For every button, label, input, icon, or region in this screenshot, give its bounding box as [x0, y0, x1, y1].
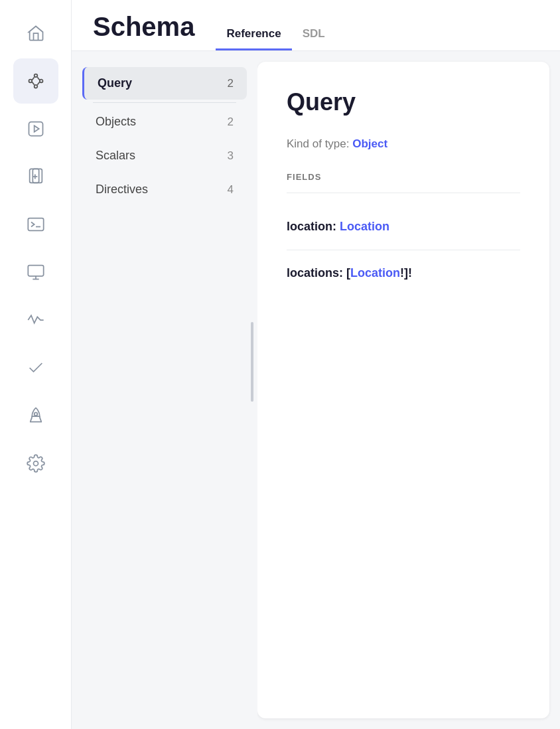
sidebar-item-monitor[interactable]: [13, 250, 58, 295]
fields-section-label: FIELDS: [287, 172, 520, 182]
sidebar-item-check[interactable]: [13, 345, 58, 390]
svg-point-2: [39, 80, 42, 83]
svg-point-3: [34, 85, 37, 88]
nav-item-count: 3: [228, 149, 234, 163]
nav-item-directives[interactable]: Directives 4: [82, 173, 247, 206]
field-location: location: Location: [287, 209, 520, 244]
rocket-icon: [27, 406, 45, 425]
svg-rect-8: [29, 122, 42, 136]
svg-point-0: [29, 80, 32, 83]
sidebar-item-add-doc[interactable]: [13, 154, 58, 199]
svg-rect-10: [29, 169, 38, 183]
detail-kind: Kind of type: Object: [287, 137, 520, 151]
nav-item-objects[interactable]: Objects 2: [82, 106, 247, 138]
detail-title: Query: [287, 88, 520, 116]
field-divider-1: [287, 250, 520, 250]
svg-point-19: [34, 412, 37, 416]
nav-item-scalars[interactable]: Scalars 3: [82, 139, 247, 172]
svg-rect-14: [28, 218, 43, 231]
nav-item-query[interactable]: Query 2: [82, 67, 247, 100]
header-tabs: Reference SDL: [216, 19, 335, 50]
nav-item-label: Directives: [96, 183, 148, 197]
fields-divider-top: [287, 193, 520, 193]
svg-line-6: [37, 82, 40, 85]
header: Schema Reference SDL: [72, 0, 560, 51]
sidebar-item-activity[interactable]: [13, 297, 58, 343]
sidebar-item-home[interactable]: [13, 11, 58, 56]
kind-value[interactable]: Object: [352, 137, 387, 150]
sidebar: [0, 0, 72, 729]
kind-label: Kind of type:: [287, 137, 350, 150]
field-name-locations: locations: [: [287, 266, 350, 280]
field-name-location: location:: [287, 220, 340, 233]
nav-item-label: Scalars: [96, 149, 135, 163]
monitor-icon: [27, 263, 45, 282]
svg-line-4: [32, 77, 35, 80]
sidebar-item-settings[interactable]: [13, 441, 58, 486]
nav-item-label: Query: [98, 76, 132, 90]
content-area: Query 2 Objects 2 Scalars 3 Directives 4…: [72, 51, 560, 729]
svg-point-20: [33, 461, 38, 466]
sidebar-item-terminal[interactable]: [13, 202, 58, 247]
sidebar-item-play[interactable]: [13, 106, 58, 151]
scroll-indicator: [251, 322, 253, 402]
home-icon: [27, 24, 45, 42]
svg-line-7: [32, 82, 35, 85]
svg-rect-16: [28, 266, 43, 276]
field-type-locations[interactable]: Location: [350, 266, 400, 280]
field-suffix-locations: !]!: [400, 266, 412, 280]
nav-divider-1: [93, 102, 236, 103]
play-icon: [27, 120, 45, 138]
field-type-location[interactable]: Location: [340, 220, 389, 233]
check-icon: [27, 359, 45, 377]
nav-item-count: 2: [228, 77, 234, 90]
detail-panel: Query Kind of type: Object FIELDS locati…: [257, 62, 549, 718]
page-title: Schema: [93, 13, 194, 50]
add-document-icon: [27, 167, 45, 186]
activity-icon: [27, 311, 45, 329]
svg-line-5: [37, 77, 40, 80]
svg-point-1: [34, 74, 37, 78]
svg-marker-9: [34, 125, 38, 131]
tab-reference[interactable]: Reference: [216, 19, 291, 50]
nav-item-count: 4: [228, 183, 234, 197]
svg-rect-11: [33, 169, 42, 183]
tab-sdl[interactable]: SDL: [292, 19, 336, 50]
nav-panel: Query 2 Objects 2 Scalars 3 Directives 4: [72, 51, 257, 729]
main-content: Schema Reference SDL Query 2 Objects 2 S…: [72, 0, 560, 729]
graph-icon: [27, 72, 45, 90]
field-locations: locations: [Location!]!: [287, 256, 520, 291]
nav-item-label: Objects: [96, 115, 136, 129]
settings-icon: [27, 454, 45, 473]
sidebar-item-rocket[interactable]: [13, 393, 58, 438]
nav-item-count: 2: [228, 116, 234, 129]
sidebar-item-graph[interactable]: [13, 58, 58, 104]
terminal-icon: [27, 215, 45, 234]
